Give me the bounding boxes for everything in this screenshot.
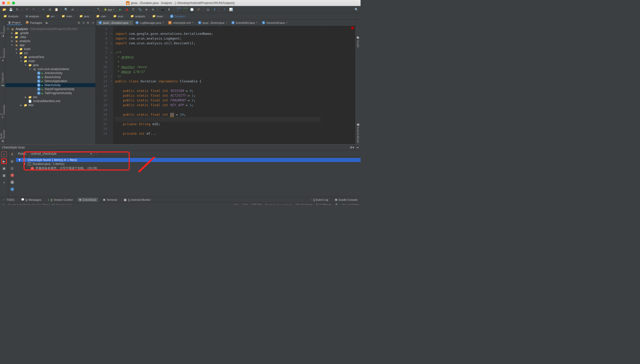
tool-window-android-model[interactable]: 🤖Android Model <box>356 121 360 144</box>
cursor-position[interactable]: 21:1 <box>234 204 239 205</box>
info-filter-icon[interactable]: ! <box>10 187 15 192</box>
tool-window-build-variants[interactable]: ▦Build Variants <box>0 128 6 144</box>
run-icon[interactable]: ▶ <box>117 7 123 12</box>
replace-icon[interactable]: ⇄ <box>70 7 75 12</box>
checkstyle-file-row[interactable]: ▼ ☰ Duration.java : 1 item(s) <box>16 162 361 166</box>
checkstyle-tab[interactable]: ◆CheckStyle <box>78 198 98 202</box>
save-icon[interactable]: 💾 <box>8 7 14 12</box>
breadcrumb-item[interactable]: 📁main〉 <box>60 14 77 19</box>
lock-icon[interactable]: 🔒 <box>335 203 338 205</box>
vcs-revert-icon[interactable]: ↺ <box>196 7 201 12</box>
editor-tab[interactable]: Cjava/.../Duration.java× <box>97 20 133 25</box>
tool-window-gradle[interactable]: 🐘Gradle <box>356 35 360 49</box>
editor-tab[interactable]: CEventDAO.java× <box>229 20 259 25</box>
hide-icon[interactable]: ⇥ <box>91 21 94 25</box>
rules-more-icon[interactable]: ⋮ <box>96 152 99 155</box>
close-icon[interactable]: × <box>129 21 131 24</box>
debug-icon[interactable]: 🐞 <box>124 7 129 12</box>
vcs-commit-icon[interactable]: VCS↑ <box>183 7 188 12</box>
tree-row[interactable]: ▶▣analysis <box>6 39 95 43</box>
gradle-console-tab[interactable]: ▣Gradle Console <box>333 198 359 202</box>
close-icon[interactable]: × <box>226 21 227 24</box>
event-log-tab[interactable]: !5 Event Log <box>310 198 330 202</box>
tree-row[interactable]: ▼▦com.urun.analysisdemo <box>6 67 95 71</box>
avd-icon[interactable]: 📱 <box>160 7 165 12</box>
close-icon[interactable]: × <box>192 21 194 24</box>
tool-window-favorites[interactable]: ★2: Favorites <box>0 103 6 120</box>
terminal-tab[interactable]: ▣Terminal <box>101 198 119 202</box>
error-filter-icon[interactable]: ! <box>10 172 15 178</box>
breadcrumb-item[interactable]: 📁bean〉 <box>151 14 168 19</box>
close-window-button[interactable] <box>2 2 5 5</box>
gitflow-status[interactable]: No Gitflow≑ <box>316 203 331 205</box>
tree-row[interactable]: C▶StackFragmentActivity <box>6 87 95 91</box>
breadcrumb-item[interactable]: 📁analysis〉 <box>129 14 150 19</box>
tree-row[interactable]: C▶ArticleActivity <box>6 71 95 75</box>
back-icon[interactable]: ← <box>80 7 85 12</box>
zoom-window-button[interactable] <box>12 2 15 5</box>
expand-all-icon[interactable]: ⊞ <box>10 158 15 164</box>
tree-row[interactable]: ▼📁main <box>6 59 95 63</box>
export-icon[interactable]: ⬇ <box>10 151 15 157</box>
collapse-all-icon[interactable]: ⊟ <box>10 165 15 171</box>
collapse-icon[interactable]: ⇲ <box>82 21 85 25</box>
stop-icon[interactable]: ■ <box>143 7 149 12</box>
module-check-icon[interactable]: ▣ <box>1 165 7 171</box>
file-encoding[interactable]: UTF-8≑ <box>252 203 262 205</box>
memory-icon[interactable]: 📊 <box>228 7 234 12</box>
attach-icon[interactable]: 📎 <box>137 7 142 12</box>
search-everywhere-icon[interactable]: 🔍 <box>354 7 359 12</box>
tree-row[interactable]: C▶TabFragmentActivity <box>6 91 95 95</box>
stop2-icon[interactable]: ■ <box>150 7 155 12</box>
breadcrumb-item[interactable]: 📁com〉 <box>95 14 111 19</box>
tree-row[interactable]: ▶📁.gradle <box>6 31 95 35</box>
tree-row[interactable]: ▼📁java <box>6 63 95 67</box>
context-indicator[interactable]: Context: <no context> <box>265 204 292 205</box>
minimize-window-button[interactable] <box>7 2 10 5</box>
editor-minimap[interactable] <box>323 26 355 144</box>
help-icon[interactable]: ? <box>222 7 227 12</box>
close-icon[interactable]: × <box>163 21 164 24</box>
checkstyle-results[interactable]: ▼ i Checkstyle found 1 item(s) in 1 file… <box>16 157 361 197</box>
vcs-tab[interactable]: ●9: Version Control <box>46 198 74 202</box>
undo-icon[interactable]: ↶ <box>24 7 30 12</box>
sdk-icon[interactable]: ⬇ <box>166 7 172 12</box>
editor-tab[interactable]: CLogManager.java× <box>133 20 166 25</box>
tree-row[interactable]: ▼▣app <box>6 43 95 47</box>
breadcrumb-item[interactable]: ▣analysis〉 <box>24 14 44 19</box>
tree-row[interactable]: ▶📁.idea <box>6 35 95 39</box>
redo-icon[interactable]: ↷ <box>31 7 36 12</box>
vcs-update-icon[interactable]: VCS↓ <box>176 7 182 12</box>
breadcrumb-item[interactable]: 📁src〉 <box>45 14 60 19</box>
tree-row[interactable]: C▶DemoApplication <box>6 79 95 83</box>
line-separator[interactable]: LF≑ <box>243 203 248 205</box>
editor-tab[interactable]: CDeviceUtil.java× <box>260 20 289 25</box>
hide-icon[interactable]: ⇥ <box>356 146 359 149</box>
run-checkstyle-icon[interactable]: ▶ <box>1 158 7 164</box>
project-tab[interactable]: ◧ Project <box>7 20 22 25</box>
breadcrumb-item[interactable]: 📁java〉 <box>78 14 94 19</box>
tree-row[interactable]: C▶BaseActivity <box>6 75 95 79</box>
tree-row[interactable]: 📄AndroidManifest.xml <box>6 99 95 103</box>
editor-tab[interactable]: ⚙checkstyle.xml× <box>166 20 195 25</box>
project-check-icon[interactable]: ▦ <box>1 172 7 178</box>
close-icon[interactable]: × <box>286 21 287 24</box>
build-icon[interactable]: 🔨 <box>96 7 101 12</box>
android-monitor-tab[interactable]: 🤖6: Android Monitor <box>122 198 152 202</box>
breadcrumb-item[interactable]: 📁Analysis〉 <box>2 14 24 19</box>
close-icon[interactable]: × <box>1 151 7 157</box>
project-tree[interactable]: ▼▣ Analysis ~/Develop/Android/Projects/U… <box>6 26 95 144</box>
window-tool-icon[interactable]: ◫ <box>2 203 5 205</box>
structure-icon[interactable]: 🗂 <box>205 7 211 12</box>
paste-icon[interactable]: 📋 <box>54 7 59 12</box>
messages-tab[interactable]: 💬0: Messages <box>20 198 43 202</box>
open-icon[interactable]: 📂 <box>2 7 7 12</box>
breadcrumb-item[interactable]: 📁urun〉 <box>112 14 128 19</box>
rules-selector[interactable]: undroid_checkstyle <box>29 151 94 156</box>
gear-icon[interactable]: ⚙ <box>87 21 89 25</box>
tree-row[interactable]: ▶📁res <box>6 95 95 99</box>
warning-filter-icon[interactable]: ! <box>10 179 15 185</box>
todo-tab[interactable]: ✓TODO <box>2 198 16 202</box>
close-icon[interactable]: × <box>256 21 258 24</box>
tool-window-captures[interactable]: 📷Captures <box>1 71 5 88</box>
